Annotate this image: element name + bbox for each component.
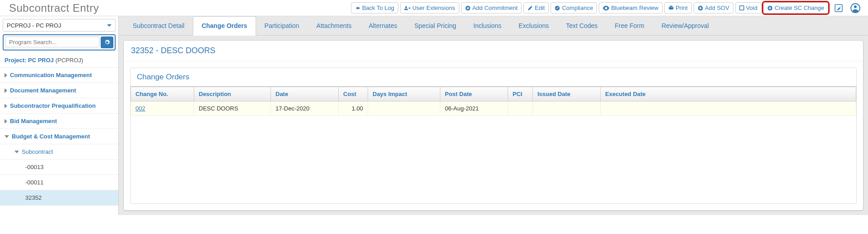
tab-bar: Subcontract Detail Change Orders Partici… bbox=[119, 16, 868, 36]
program-search-input[interactable] bbox=[5, 37, 99, 47]
label: 32352 bbox=[25, 194, 114, 201]
user-circle-icon[interactable] bbox=[849, 2, 862, 14]
tab-attachments[interactable]: Attachments bbox=[308, 16, 360, 35]
sidebar-item-bid[interactable]: Bid Management bbox=[0, 114, 118, 129]
pencil-icon bbox=[527, 5, 533, 11]
add-sov-button[interactable]: Add SOV bbox=[694, 2, 733, 14]
cell-executed-date bbox=[601, 101, 856, 116]
label: -00011 bbox=[25, 179, 114, 186]
sidebar-item-budget-cost[interactable]: Budget & Cost Management bbox=[0, 129, 118, 144]
sidebar-item-subcontractor-prequal[interactable]: Subcontractor Prequalification bbox=[0, 98, 118, 114]
cell-cost: 1.00 bbox=[339, 101, 368, 116]
tab-participation[interactable]: Participation bbox=[256, 16, 308, 35]
print-icon bbox=[668, 5, 674, 11]
cell-post-date: 06-Aug-2021 bbox=[440, 101, 508, 116]
plus-circle-icon bbox=[767, 5, 773, 11]
label: Communication Management bbox=[10, 72, 114, 78]
sidebar: PCPROJ - PC PROJ Project: PC PROJ (PCPRO… bbox=[0, 16, 119, 215]
edit-note-icon[interactable] bbox=[833, 2, 845, 14]
cell-pci bbox=[508, 101, 533, 116]
table-header-row: Change No. Description Date Cost Days Im… bbox=[131, 87, 856, 101]
compliance-button[interactable]: Compliance bbox=[551, 2, 597, 14]
tab-special-pricing[interactable]: Special Pricing bbox=[406, 16, 465, 35]
user-extensions-button[interactable]: User Extensions bbox=[400, 2, 459, 14]
check-circle-icon bbox=[555, 5, 560, 11]
project-select-value: PCPROJ - PC PROJ bbox=[7, 22, 61, 29]
plus-circle-icon bbox=[465, 5, 471, 11]
sidebar-leaf-00013[interactable]: -00013 bbox=[0, 160, 118, 175]
label: Create SC Change bbox=[775, 5, 824, 11]
table-scroll[interactable]: Change No. Description Date Cost Days Im… bbox=[131, 86, 856, 203]
tab-free-form[interactable]: Free Form bbox=[606, 16, 653, 35]
sidebar-item-subcontract[interactable]: Subcontract bbox=[0, 144, 118, 160]
label: Bluebeam Review bbox=[611, 5, 658, 11]
content-area: Subcontract Detail Change Orders Partici… bbox=[119, 16, 868, 215]
sidebar-item-communication[interactable]: Communication Management bbox=[0, 68, 118, 83]
page-title: Subcontract Entry bbox=[4, 2, 99, 14]
col-change-no[interactable]: Change No. bbox=[131, 87, 194, 101]
sidebar-leaf-00011[interactable]: -00011 bbox=[0, 175, 118, 190]
label: Add Commitment bbox=[472, 5, 518, 11]
tab-alternates[interactable]: Alternates bbox=[360, 16, 406, 35]
tab-exclusions[interactable]: Exclusions bbox=[510, 16, 557, 35]
tab-review-approval[interactable]: Review/Approval bbox=[653, 16, 718, 35]
project-select-row: PCPROJ - PC PROJ bbox=[0, 16, 118, 34]
col-cost[interactable]: Cost bbox=[339, 87, 368, 101]
tab-text-codes[interactable]: Text Codes bbox=[557, 16, 606, 35]
add-commitment-button[interactable]: Add Commitment bbox=[461, 2, 522, 14]
eye-icon bbox=[603, 5, 609, 11]
main-layout: PCPROJ - PC PROJ Project: PC PROJ (PCPRO… bbox=[0, 16, 868, 215]
label: Void bbox=[746, 5, 757, 11]
sidebar-leaf-32352[interactable]: 32352 bbox=[0, 190, 118, 206]
project-header: Project: PC PROJ (PCPROJ) bbox=[0, 53, 118, 68]
col-description[interactable]: Description bbox=[194, 87, 271, 101]
tab-subcontract-detail[interactable]: Subcontract Detail bbox=[124, 16, 193, 35]
col-executed-date[interactable]: Executed Date bbox=[601, 87, 856, 101]
col-issued-date[interactable]: Issued Date bbox=[533, 87, 601, 101]
gear-icon bbox=[104, 39, 110, 46]
change-no-link[interactable]: 002 bbox=[135, 105, 145, 112]
bluebeam-review-button[interactable]: Bluebeam Review bbox=[599, 2, 663, 14]
col-pci[interactable]: PCI bbox=[508, 87, 533, 101]
search-row bbox=[0, 34, 118, 53]
grid-title: Change Orders bbox=[131, 68, 856, 86]
print-button[interactable]: Print bbox=[664, 2, 692, 14]
cell-description: DESC DOORS bbox=[194, 101, 271, 116]
col-post-date[interactable]: Post Date bbox=[440, 87, 508, 101]
col-days-impact[interactable]: Days Impact bbox=[368, 87, 440, 101]
sidebar-item-document[interactable]: Document Management bbox=[0, 83, 118, 98]
header-actions: Back To Log User Extensions Add Commitme… bbox=[351, 2, 828, 14]
label: Add SOV bbox=[705, 5, 729, 11]
cell-date: 17-Dec-2020 bbox=[271, 101, 339, 116]
edit-button[interactable]: Edit bbox=[523, 2, 549, 14]
tab-inclusions[interactable]: Inclusions bbox=[465, 16, 510, 35]
arrow-left-icon bbox=[355, 5, 360, 11]
main-panel: 32352 - DESC DOORS Change Orders Change … bbox=[123, 40, 863, 211]
header-right-icons bbox=[833, 2, 864, 14]
caret-down-icon bbox=[5, 135, 9, 138]
user-plus-icon bbox=[404, 5, 411, 11]
table-row[interactable]: 002 DESC DOORS 17-Dec-2020 1.00 06-Aug-2… bbox=[131, 101, 856, 116]
label: Back To Log bbox=[362, 5, 394, 11]
label: User Extensions bbox=[412, 5, 455, 11]
project-select[interactable]: PCPROJ - PC PROJ bbox=[3, 19, 116, 32]
tab-change-orders[interactable]: Change Orders bbox=[193, 16, 256, 36]
back-to-log-button[interactable]: Back To Log bbox=[351, 2, 398, 14]
panel-title: 32352 - DESC DOORS bbox=[124, 41, 863, 61]
caret-down-icon bbox=[107, 24, 112, 27]
void-button[interactable]: Void bbox=[735, 2, 761, 14]
caret-down-icon bbox=[14, 151, 19, 153]
caret-right-icon bbox=[5, 88, 7, 93]
caret-right-icon bbox=[5, 73, 7, 78]
label: Edit bbox=[535, 5, 545, 11]
search-settings-button[interactable] bbox=[101, 37, 113, 48]
plus-circle-icon bbox=[698, 5, 703, 11]
change-orders-table: Change No. Description Date Cost Days Im… bbox=[131, 87, 856, 116]
col-date[interactable]: Date bbox=[271, 87, 339, 101]
cell-change-no[interactable]: 002 bbox=[131, 101, 194, 116]
label: Document Management bbox=[10, 87, 114, 94]
create-sc-change-button[interactable]: Create SC Change bbox=[763, 2, 828, 14]
cell-days-impact bbox=[368, 101, 440, 116]
label: Bid Management bbox=[10, 118, 114, 124]
grid-panel: Change Orders Change No. Description Dat… bbox=[130, 68, 857, 204]
